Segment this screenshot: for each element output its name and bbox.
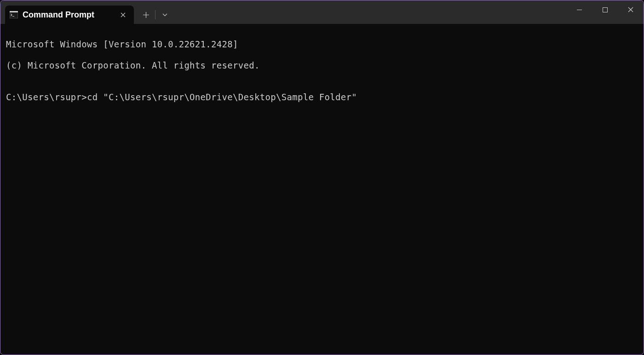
cmd-icon — [10, 11, 18, 18]
tab-actions — [138, 6, 173, 24]
maximize-button[interactable] — [592, 0, 618, 19]
terminal-line-version: Microsoft Windows [Version 10.0.22621.24… — [6, 39, 638, 50]
tab-command-prompt[interactable]: Command Prompt — [5, 6, 134, 24]
tab-title: Command Prompt — [23, 10, 114, 20]
svg-rect-4 — [603, 7, 607, 12]
titlebar: Command Prompt — [0, 0, 644, 24]
tab-dropdown-button[interactable] — [156, 6, 173, 23]
close-button[interactable] — [618, 0, 644, 19]
tab-divider — [155, 10, 155, 19]
window-controls — [566, 0, 644, 19]
terminal-line-prompt: C:\Users\rsupr>cd "C:\Users\rsupr\OneDri… — [6, 92, 638, 103]
minimize-button[interactable] — [566, 0, 592, 19]
terminal-content[interactable]: Microsoft Windows [Version 10.0.22621.24… — [0, 24, 644, 118]
tab-close-button[interactable] — [118, 10, 127, 19]
new-tab-button[interactable] — [138, 6, 154, 23]
terminal-line-copyright: (c) Microsoft Corporation. All rights re… — [6, 60, 638, 71]
svg-rect-1 — [10, 11, 18, 12]
